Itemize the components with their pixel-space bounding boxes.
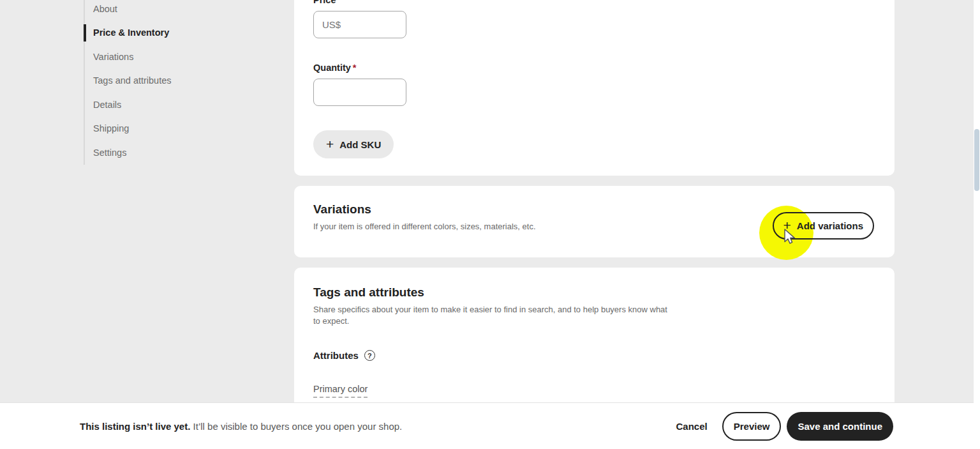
plus-icon: + xyxy=(783,218,791,232)
status-bold-text: This listing isn’t live yet. xyxy=(80,421,190,432)
plus-icon: + xyxy=(326,137,334,151)
listing-editor-page: About Price & Inventory Variations Tags … xyxy=(0,0,980,449)
sidebar-item-price-inventory[interactable]: Price & Inventory xyxy=(85,21,276,45)
price-inventory-card: Price Quantity* + Add SKU xyxy=(294,0,895,176)
attributes-row: Attributes ? xyxy=(313,350,875,361)
quantity-label-text: Quantity xyxy=(313,63,351,73)
sidebar-item-about[interactable]: About xyxy=(85,0,276,21)
section-nav: About Price & Inventory Variations Tags … xyxy=(84,0,276,165)
price-label: Price xyxy=(313,0,875,6)
sidebar-item-settings[interactable]: Settings xyxy=(85,141,276,165)
save-and-continue-button[interactable]: Save and continue xyxy=(787,412,893,441)
quantity-input[interactable] xyxy=(313,79,406,106)
footer-bar: This listing isn’t live yet. It’ll be vi… xyxy=(0,402,980,449)
sidebar-item-variations[interactable]: Variations xyxy=(85,45,276,69)
status-detail-text: It’ll be visible to buyers once you open… xyxy=(193,421,403,432)
tags-attributes-title: Tags and attributes xyxy=(313,285,875,300)
cancel-button[interactable]: Cancel xyxy=(676,421,708,432)
price-input[interactable] xyxy=(313,11,406,38)
quantity-label: Quantity* xyxy=(313,63,875,73)
add-sku-button[interactable]: + Add SKU xyxy=(313,130,394,158)
attributes-label: Attributes xyxy=(313,350,359,361)
tags-attributes-card: Tags and attributes Share specifics abou… xyxy=(294,268,895,415)
sidebar-item-details[interactable]: Details xyxy=(85,93,276,117)
primary-color-label[interactable]: Primary color xyxy=(313,384,368,398)
sidebar-item-shipping[interactable]: Shipping xyxy=(85,117,276,141)
tags-attributes-subtitle: Share specifics about your item to make … xyxy=(313,304,672,326)
sidebar-item-tags-attributes[interactable]: Tags and attributes xyxy=(85,69,276,93)
preview-button[interactable]: Preview xyxy=(722,412,782,441)
required-asterisk: * xyxy=(353,63,357,73)
add-sku-label: Add SKU xyxy=(339,139,381,150)
add-variations-button[interactable]: + Add variations xyxy=(773,212,874,240)
footer-actions: Cancel Preview Save and continue xyxy=(676,412,893,441)
scrollbar-track xyxy=(974,0,980,449)
help-icon[interactable]: ? xyxy=(364,350,375,361)
scrollbar-thumb[interactable] xyxy=(974,129,979,191)
add-variations-label: Add variations xyxy=(797,220,863,231)
listing-status-message: This listing isn’t live yet. It’ll be vi… xyxy=(80,421,402,432)
